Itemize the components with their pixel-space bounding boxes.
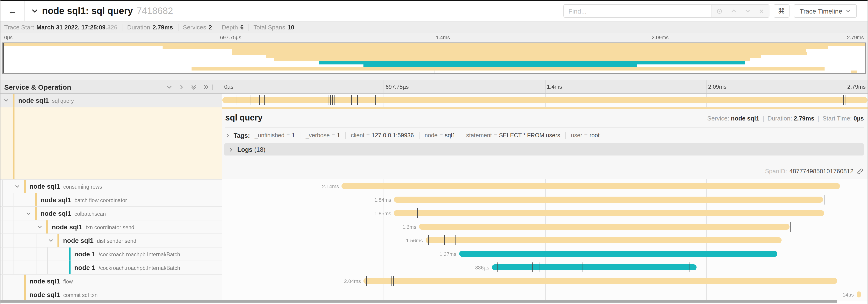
span-bar-row[interactable]: 1.37ms <box>222 247 868 261</box>
time-tick-label: 2.79ms <box>847 83 866 90</box>
span-log-tick <box>845 95 846 105</box>
span-bar[interactable] <box>459 251 777 257</box>
span-bar-row[interactable]: 1.6ms <box>222 220 868 234</box>
summary-value: 2 <box>209 24 212 31</box>
span-name-group: node sql1flow <box>29 277 73 285</box>
span-row-label[interactable]: node sql1consuming rows <box>0 179 222 193</box>
indent-guide <box>2 207 3 220</box>
minimap-axis: 0µs697.75µs1.4ms2.09ms2.79ms <box>2 34 866 42</box>
span-bar[interactable] <box>364 278 837 284</box>
span-operation-name: commit sql txn <box>63 292 98 298</box>
span-row-label[interactable]: node sql1flow <box>0 274 222 288</box>
span-service-name: node sql1 <box>41 210 71 217</box>
span-duration-label: 14µs <box>842 292 854 297</box>
span-bar[interactable] <box>426 237 782 243</box>
span-duration-label: 2.14ms <box>322 183 339 189</box>
logs-count: (18) <box>254 146 266 153</box>
collapse-all-icon[interactable] <box>191 84 197 90</box>
meta-start-value: 0µs <box>854 115 864 122</box>
minimap-span-row <box>3 43 865 46</box>
tag-equals: = <box>332 132 335 139</box>
time-tick-label: 0µs <box>4 35 12 40</box>
span-bar-row[interactable]: 1.85ms <box>222 206 868 220</box>
find-next-icon[interactable] <box>744 8 750 14</box>
view-selector-button[interactable]: Trace Timeline <box>794 4 857 18</box>
span-id-label: SpanID: <box>765 168 787 175</box>
span-expand-chevron-icon[interactable] <box>37 224 42 230</box>
span-bar-row[interactable]: 1.84ms <box>222 193 868 206</box>
tag-key: user <box>571 132 582 139</box>
span-expand-chevron-icon[interactable] <box>48 238 54 243</box>
expand-all-icon[interactable] <box>203 84 209 90</box>
span-detail-operation: sql query <box>225 113 262 123</box>
span-bar-row[interactable]: 1.56ms <box>222 234 868 247</box>
span-detail-meta: Service: node sql1|Duration: 2.79ms|Star… <box>707 115 864 122</box>
logs-accordion[interactable]: Logs(18) <box>224 143 864 156</box>
span-bar[interactable] <box>419 224 789 230</box>
timeline-minimap-section: 0µs697.75µs1.4ms2.09ms2.79ms <box>0 33 868 80</box>
find-clear-icon[interactable] <box>758 8 764 14</box>
span-row-label[interactable]: node sql1batch flow coordinator <box>0 193 222 206</box>
trace-summary-item: Services2 <box>178 24 217 31</box>
tags-accordion[interactable]: Tags:_unfinished=1_verbose=1client=127.0… <box>222 128 868 139</box>
span-bars-column: sql queryService: node sql1|Duration: 2.… <box>222 94 868 301</box>
span-row-label[interactable]: node 1/cockroach.roachpb.Internal/Batch <box>0 261 222 274</box>
meta-separator: | <box>763 115 764 122</box>
span-log-tick <box>375 95 376 105</box>
span-bar-row[interactable]: 14µs <box>222 288 868 301</box>
span-row-label[interactable]: node 1/cockroach.roachpb.Internal/Batch <box>0 247 222 261</box>
span-row-label[interactable]: node sql1dist sender send <box>0 234 222 247</box>
span-bar[interactable] <box>857 292 861 298</box>
span-bar-row[interactable]: 2.04ms <box>222 274 868 288</box>
minimap-span-bar <box>232 49 806 52</box>
span-name-group: node 1/cockroach.roachpb.Internal/Batch <box>74 250 180 258</box>
tag-equals: = <box>439 132 443 139</box>
span-color-accent <box>35 193 37 206</box>
span-color-accent <box>69 261 70 274</box>
back-button[interactable]: ← <box>0 1 25 21</box>
span-bar-row[interactable] <box>222 94 868 107</box>
span-expand-chevron-icon[interactable] <box>3 98 9 103</box>
locate-icon[interactable] <box>716 8 722 14</box>
span-bar-row[interactable]: 2.14ms <box>222 179 868 193</box>
span-row-label[interactable]: node sql1commit sql txn <box>0 288 222 301</box>
span-bar[interactable] <box>492 264 697 270</box>
span-bar[interactable] <box>342 183 840 189</box>
span-expand-chevron-icon[interactable] <box>14 183 20 189</box>
collapse-one-icon[interactable] <box>166 84 173 90</box>
span-color-accent <box>24 288 26 301</box>
span-log-tick <box>393 276 394 286</box>
indent-guide <box>13 221 14 234</box>
trace-summary-item: Trace StartMarch 31 2022, 17:25:09.326 <box>4 24 122 31</box>
span-row-label[interactable]: node sql1txn coordinator send <box>0 220 222 234</box>
span-bar[interactable] <box>394 210 824 216</box>
find-prev-icon[interactable] <box>731 8 737 14</box>
span-id-row: SpanID:4877749850101760812 <box>765 168 863 175</box>
span-expand-chevron-icon[interactable] <box>26 211 31 216</box>
minimap-canvas[interactable] <box>2 42 866 74</box>
find-input[interactable] <box>564 5 711 17</box>
indent-guide <box>36 261 36 274</box>
span-bar[interactable] <box>394 197 823 203</box>
span-color-accent <box>58 234 59 247</box>
span-row-label[interactable]: node sql1sql query <box>0 94 222 107</box>
keyboard-shortcuts-button[interactable]: ⌘ <box>773 4 789 18</box>
deep-link-icon[interactable] <box>857 168 863 174</box>
span-bar[interactable] <box>222 97 868 103</box>
span-log-tick <box>417 208 417 218</box>
summary-label: Depth <box>222 24 238 31</box>
trace-collapse-chevron-icon[interactable] <box>31 7 38 14</box>
minimap-span-bar <box>266 55 761 58</box>
find-group <box>563 4 769 18</box>
minimap-span-bar <box>192 67 825 70</box>
column-resize-grip[interactable] <box>212 85 215 90</box>
tag-value: 1 <box>292 132 295 139</box>
span-name-group: node sql1batch flow coordinator <box>41 196 127 204</box>
summary-value: 10 <box>287 24 294 31</box>
indent-guide <box>47 261 48 274</box>
minimap-viewport-handle[interactable] <box>3 43 4 73</box>
expand-one-icon[interactable] <box>179 84 185 90</box>
span-row-label[interactable]: node sql1colbatchscan <box>0 206 222 220</box>
tag-equals: = <box>584 132 588 139</box>
span-bar-row[interactable]: 886µs <box>222 261 868 274</box>
